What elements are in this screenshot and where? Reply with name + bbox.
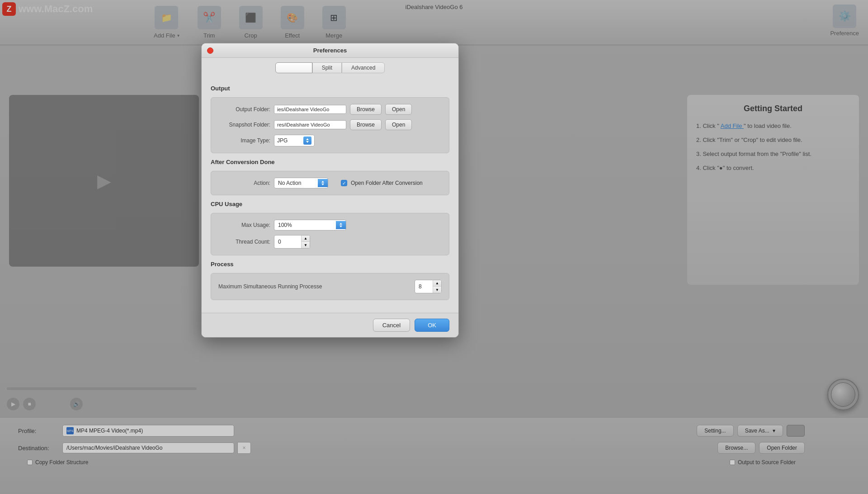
- max-proc-row: Maximum Simultaneous Running Processe 8 …: [218, 280, 442, 293]
- open-folder-check-row: ✓ Open Folder After Conversion: [341, 180, 423, 186]
- output-section-title: Output: [211, 85, 449, 92]
- output-folder-label: Output Folder:: [218, 106, 270, 113]
- thread-count-up[interactable]: ▲: [302, 235, 310, 242]
- action-value: No Action: [274, 178, 318, 188]
- output-folder-row: Output Folder: ies/iDealshare VideoGo Br…: [218, 104, 442, 115]
- action-select[interactable]: No Action: [274, 178, 328, 188]
- max-usage-value: 100%: [274, 220, 336, 230]
- action-label: Action:: [218, 180, 270, 186]
- output-section-box: Output Folder: ies/iDealshare VideoGo Br…: [211, 97, 449, 153]
- cpu-usage-title: CPU Usage: [211, 201, 449, 207]
- image-type-select[interactable]: JPG: [274, 135, 315, 146]
- preferences-body: Output Output Folder: ies/iDealshare Vid…: [202, 78, 458, 313]
- max-usage-row: Max Usage: 100%: [218, 220, 442, 231]
- action-row: Action: No Action ✓ Open Folder After Co…: [218, 178, 442, 188]
- dialog-close-button[interactable]: [207, 47, 213, 54]
- preferences-title: Preferences: [313, 47, 347, 54]
- tab-general-label: [285, 65, 303, 71]
- open-folder-checkbox[interactable]: ✓: [341, 180, 347, 186]
- image-type-dropdown-icon: [303, 136, 311, 145]
- thread-count-spinners: ▲ ▼: [301, 235, 310, 248]
- after-conversion-title: After Conversion Done: [211, 159, 449, 165]
- preferences-titlebar: Preferences: [202, 43, 458, 58]
- tab-split-label: Split: [322, 65, 332, 71]
- cpu-usage-box: Max Usage: 100% Thread Count: 0 ▲ ▼: [211, 213, 449, 255]
- preferences-dialog: Preferences Split Advanced Output Output…: [201, 43, 459, 338]
- thread-count-row: Thread Count: 0 ▲ ▼: [218, 235, 442, 249]
- snapshot-folder-row: Snapshot Folder: res/iDealshare VideoGo …: [218, 119, 442, 130]
- thread-count-spinner[interactable]: 0 ▲ ▼: [274, 235, 310, 249]
- max-usage-dropdown[interactable]: [336, 221, 346, 229]
- max-proc-spinners: ▲ ▼: [433, 280, 441, 293]
- process-box: Maximum Simultaneous Running Processe 8 …: [211, 273, 449, 300]
- tab-general[interactable]: [275, 62, 312, 73]
- image-type-row: Image Type: JPG: [218, 135, 442, 146]
- snapshot-open-button[interactable]: Open: [385, 119, 412, 130]
- tab-advanced-label: Advanced: [351, 65, 375, 71]
- snapshot-browse-button[interactable]: Browse: [350, 119, 382, 130]
- thread-count-value: 0: [274, 237, 301, 247]
- open-folder-label: Open Folder After Conversion: [351, 180, 423, 186]
- output-folder-input[interactable]: ies/iDealshare VideoGo: [274, 105, 346, 114]
- max-proc-up[interactable]: ▲: [433, 280, 441, 287]
- max-proc-value: 8: [415, 282, 433, 292]
- process-title: Process: [211, 261, 449, 268]
- image-type-value: JPG: [277, 137, 301, 144]
- output-browse-button[interactable]: Browse: [350, 104, 382, 115]
- preferences-tabs: Split Advanced: [202, 58, 458, 78]
- cancel-button[interactable]: Cancel: [373, 319, 410, 332]
- snapshot-folder-input[interactable]: res/iDealshare VideoGo: [274, 120, 346, 129]
- thread-count-label: Thread Count:: [218, 239, 270, 245]
- tab-advanced[interactable]: Advanced: [342, 62, 385, 73]
- tab-split[interactable]: Split: [312, 62, 342, 73]
- action-select-dropdown[interactable]: [318, 179, 328, 187]
- max-usage-label: Max Usage:: [218, 222, 270, 228]
- after-conversion-box: Action: No Action ✓ Open Folder After Co…: [211, 171, 449, 195]
- max-proc-spinner[interactable]: 8 ▲ ▼: [415, 280, 442, 293]
- image-type-label: Image Type:: [218, 137, 270, 144]
- max-usage-select[interactable]: 100%: [274, 220, 346, 231]
- preferences-footer: Cancel OK: [202, 313, 458, 337]
- max-proc-down[interactable]: ▼: [433, 287, 441, 293]
- snapshot-folder-label: Snapshot Folder:: [218, 122, 270, 128]
- max-proc-label: Maximum Simultaneous Running Processe: [218, 283, 411, 290]
- ok-button[interactable]: OK: [415, 319, 449, 332]
- output-open-button[interactable]: Open: [385, 104, 412, 115]
- thread-count-down[interactable]: ▼: [302, 242, 310, 248]
